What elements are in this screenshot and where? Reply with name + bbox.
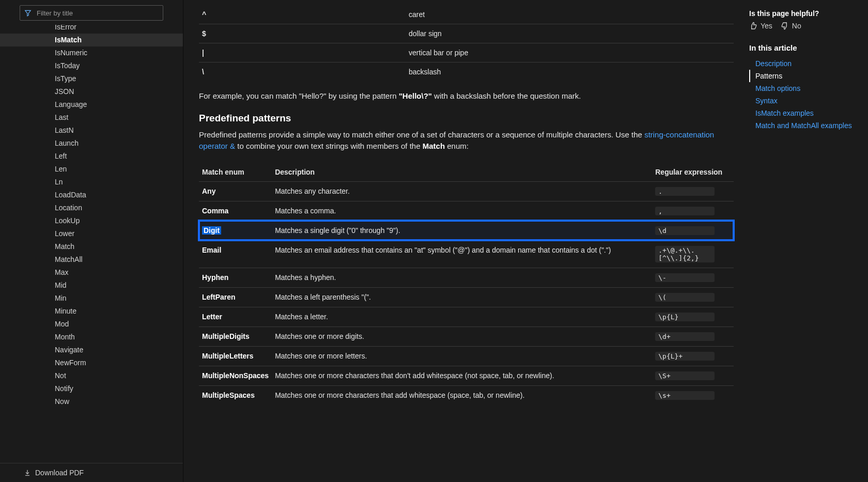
filter-input[interactable]	[36, 9, 159, 18]
pattern-enum: MultipleSpaces	[199, 385, 272, 405]
special-char-name: vertical bar or pipe	[406, 43, 734, 63]
nav-item-matchall[interactable]: MatchAll	[0, 253, 183, 266]
pattern-regex: \(	[652, 287, 734, 307]
special-char-name: dollar sign	[406, 24, 734, 43]
pattern-desc: Matches one or more characters that add …	[272, 385, 652, 405]
nav-item-location[interactable]: Location	[0, 201, 183, 214]
nav-item-json[interactable]: JSON	[0, 85, 183, 98]
pattern-enum: MultipleLetters	[199, 346, 272, 366]
pattern-regex: \p{L}	[652, 307, 734, 326]
nav-item-navigate[interactable]: Navigate	[0, 344, 183, 356]
download-icon	[24, 469, 31, 476]
download-pdf[interactable]: Download PDF	[0, 463, 183, 482]
nav-item-mid[interactable]: Mid	[0, 279, 183, 292]
nav-item-lastn[interactable]: LastN	[0, 124, 183, 137]
pattern-row-digit: DigitMatches a single digit ("0" through…	[199, 221, 734, 240]
toc-item-match-options[interactable]: Match options	[749, 82, 863, 95]
nav-item-len[interactable]: Len	[0, 163, 183, 176]
pattern-enum: LeftParen	[199, 287, 272, 307]
filter-icon	[24, 9, 32, 17]
pattern-row-any: AnyMatches any character..	[199, 181, 734, 201]
toc-item-syntax[interactable]: Syntax	[749, 95, 863, 107]
special-chars-table: ^caret$dollar sign|vertical bar or pipe\…	[199, 5, 734, 81]
toc-item-description[interactable]: Description	[749, 57, 863, 70]
pattern-row-multipleletters: MultipleLettersMatches one or more lette…	[199, 346, 734, 366]
toc-item-patterns[interactable]: Patterns	[749, 70, 863, 82]
pattern-row-leftparen: LeftParenMatches a left parenthesis "(".…	[199, 287, 734, 307]
pattern-regex: \S+	[652, 366, 734, 385]
nav-item-istype[interactable]: IsType	[0, 72, 183, 85]
nav-item-newform[interactable]: NewForm	[0, 356, 183, 369]
nav-item-match[interactable]: Match	[0, 240, 183, 253]
nav-list[interactable]: IsErrorIsMatchIsNumericIsTodayIsTypeJSON…	[0, 25, 183, 463]
example-paragraph: For example, you can match "Hello?" by u…	[199, 90, 734, 102]
pattern-desc: Matches a left parenthesis "(".	[272, 287, 652, 307]
pattern-regex: \s+	[652, 385, 734, 405]
pattern-enum: Any	[199, 181, 272, 201]
nav-item-notify[interactable]: Notify	[0, 382, 183, 395]
pattern-desc: Matches a letter.	[272, 307, 652, 326]
pattern-row-multiplespaces: MultipleSpacesMatches one or more charac…	[199, 385, 734, 405]
nav-item-lookup[interactable]: LookUp	[0, 214, 183, 227]
vote-yes[interactable]: Yes	[749, 22, 772, 30]
left-sidebar: IsErrorIsMatchIsNumericIsTodayIsTypeJSON…	[0, 0, 183, 482]
nav-item-loaddata[interactable]: LoadData	[0, 189, 183, 201]
nav-item-now[interactable]: Now	[0, 395, 183, 408]
right-sidebar: Is this page helpful? Yes No In this art…	[749, 0, 868, 482]
pattern-desc: Matches a comma.	[272, 201, 652, 221]
patterns-header: Match enum	[199, 163, 272, 182]
special-char-symbol: |	[199, 43, 406, 63]
special-char-symbol: $	[199, 24, 406, 43]
special-char-symbol: \	[199, 63, 406, 82]
pattern-regex: \-	[652, 268, 734, 287]
nav-item-iserror[interactable]: IsError	[0, 25, 183, 34]
pattern-desc: Matches a single digit ("0" through "9")…	[272, 221, 652, 240]
nav-item-minute[interactable]: Minute	[0, 305, 183, 318]
pattern-row-multipledigits: MultipleDigitsMatches one or more digits…	[199, 326, 734, 346]
pattern-row-hyphen: HyphenMatches a hyphen.\-	[199, 268, 734, 287]
pattern-regex: .+\@.+\\.[^\\.]{2,}	[652, 240, 734, 268]
pattern-desc: Matches one or more letters.	[272, 346, 652, 366]
nav-item-launch[interactable]: Launch	[0, 137, 183, 150]
nav-item-ln[interactable]: Ln	[0, 176, 183, 189]
nav-item-max[interactable]: Max	[0, 266, 183, 279]
nav-item-ismatch[interactable]: IsMatch	[0, 34, 183, 46]
nav-item-lower[interactable]: Lower	[0, 227, 183, 240]
patterns-header: Regular expression	[652, 163, 734, 182]
pattern-enum: Hyphen	[199, 268, 272, 287]
pattern-row-letter: LetterMatches a letter.\p{L}	[199, 307, 734, 326]
nav-item-language[interactable]: Language	[0, 98, 183, 111]
pattern-desc: Matches one or more characters that don'…	[272, 366, 652, 385]
pattern-regex: ,	[652, 201, 734, 221]
special-char-name: backslash	[406, 63, 734, 82]
predefined-heading: Predefined patterns	[199, 113, 734, 124]
toc-title: In this article	[749, 43, 863, 52]
nav-item-not[interactable]: Not	[0, 369, 183, 382]
pattern-enum: Digit	[199, 221, 272, 240]
pattern-enum: Letter	[199, 307, 272, 326]
toc-item-ismatch-examples[interactable]: IsMatch examples	[749, 107, 863, 119]
patterns-table: Match enumDescriptionRegular expressionA…	[199, 163, 734, 405]
pattern-regex: \p{L}+	[652, 346, 734, 366]
patterns-header: Description	[272, 163, 652, 182]
nav-item-left[interactable]: Left	[0, 150, 183, 163]
nav-item-istoday[interactable]: IsToday	[0, 59, 183, 72]
main-content[interactable]: ^caret$dollar sign|vertical bar or pipe\…	[183, 0, 749, 482]
vote-no[interactable]: No	[781, 22, 801, 30]
pattern-desc: Matches any character.	[272, 181, 652, 201]
nav-item-min[interactable]: Min	[0, 292, 183, 305]
toc-item-match-and-matchall-examples[interactable]: Match and MatchAll examples	[749, 119, 863, 132]
filter-box[interactable]	[20, 5, 163, 21]
special-char-symbol: ^	[199, 5, 406, 24]
helpful-title: Is this page helpful?	[749, 9, 863, 18]
pattern-enum: Comma	[199, 201, 272, 221]
pattern-enum: MultipleDigits	[199, 326, 272, 346]
nav-item-isnumeric[interactable]: IsNumeric	[0, 46, 183, 59]
pattern-row-email: EmailMatches an email address that conta…	[199, 240, 734, 268]
nav-item-last[interactable]: Last	[0, 111, 183, 124]
download-label: Download PDF	[35, 469, 84, 477]
thumbs-down-icon	[781, 22, 789, 30]
thumbs-up-icon	[749, 22, 757, 30]
nav-item-mod[interactable]: Mod	[0, 318, 183, 331]
nav-item-month[interactable]: Month	[0, 331, 183, 344]
